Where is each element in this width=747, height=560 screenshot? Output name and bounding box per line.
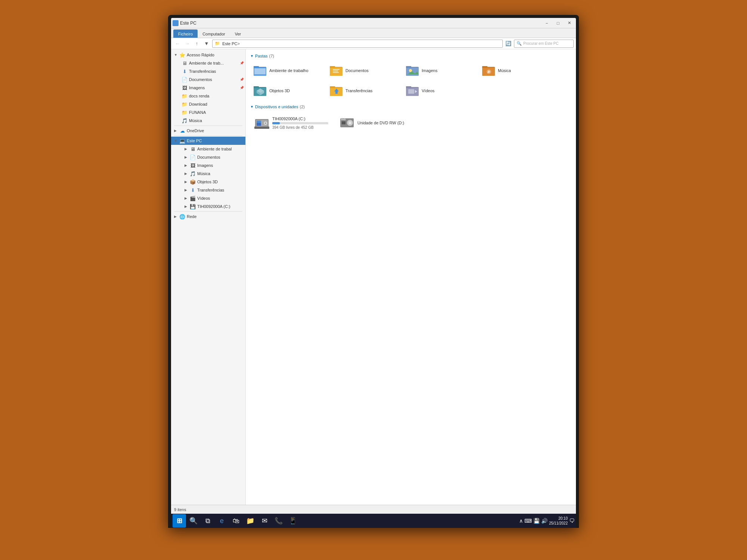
task-view-button[interactable]: ⧉ xyxy=(201,514,214,528)
sidebar-quick-access[interactable]: ▼ ⭐ Acesso Rápido xyxy=(171,51,245,59)
pc-objects3d-icon: 📦 xyxy=(190,179,196,185)
folder-transfers[interactable]: Transferências xyxy=(326,81,401,100)
minimize-button[interactable]: − xyxy=(542,19,552,27)
sidebar-item-download[interactable]: 📁 Download xyxy=(171,100,245,108)
restore-button[interactable]: □ xyxy=(553,19,563,27)
sidebar-item-funana[interactable]: 📁 FUNANA xyxy=(171,108,245,116)
close-button[interactable]: ✕ xyxy=(564,19,574,27)
sidebar-pc-videos[interactable]: ▶ 🎬 Vídeos xyxy=(171,194,245,202)
svg-rect-17 xyxy=(482,66,487,68)
svg-point-41 xyxy=(265,122,266,124)
folder-music[interactable]: ♪ Música xyxy=(479,61,554,80)
svg-rect-29 xyxy=(330,86,335,88)
sidebar-pc-documents[interactable]: ▶ 📄 Documentos xyxy=(171,153,245,161)
refresh-button[interactable]: 🔄 xyxy=(504,40,512,48)
store-button[interactable]: 🛍 xyxy=(229,514,243,528)
cloud-icon: ☁ xyxy=(179,128,185,134)
address-path: 📁 xyxy=(215,41,222,46)
red-app-button[interactable]: 📱 xyxy=(286,514,300,528)
forward-button[interactable]: → xyxy=(183,40,191,48)
svg-rect-6 xyxy=(330,66,335,68)
mail-button[interactable]: ✉ xyxy=(258,514,271,528)
up-button[interactable]: ↑ xyxy=(193,40,201,48)
pc-drive-c-icon: 💾 xyxy=(190,203,196,209)
tab-ver[interactable]: Ver xyxy=(230,29,246,38)
search-placeholder: Procurar em Este PC xyxy=(523,41,558,46)
devices-section-label: Dispositivos e unidades xyxy=(255,105,298,109)
laptop-frame: Este PC − □ ✕ Ficheiro Computador Ver ← … xyxy=(168,15,579,528)
svg-rect-44 xyxy=(342,121,345,124)
sidebar-item-documents[interactable]: 📄 Documentos 📌 xyxy=(171,75,245,84)
device-c-progress-container xyxy=(272,122,328,124)
tray-volume-icon[interactable]: 🔊 xyxy=(541,518,548,524)
folder-images[interactable]: Imagens xyxy=(403,61,477,80)
device-c-name: TIH0092000A (C:) xyxy=(272,116,328,121)
sidebar-pc-music[interactable]: ▶ 🎵 Música xyxy=(171,169,245,178)
back-button[interactable]: ← xyxy=(173,40,182,48)
search-box[interactable]: 🔍 Procurar em Este PC xyxy=(514,40,574,48)
este-pc-label: Este PC xyxy=(187,139,244,143)
explorer-button[interactable]: 📁 xyxy=(244,514,257,528)
sidebar-item-music[interactable]: 🎵 Música xyxy=(171,116,245,125)
sidebar-item-desktop[interactable]: 🖥 Ambiente de trab... 📌 xyxy=(171,59,245,67)
onedrive-label: OneDrive xyxy=(187,128,244,133)
sidebar-pc-transfers[interactable]: ▶ ⬇ Transferências xyxy=(171,186,245,194)
search-icon: 🔍 xyxy=(517,41,522,46)
folder-desktop[interactable]: Ambiente de trabalho xyxy=(250,61,325,80)
svg-rect-3 xyxy=(254,66,259,68)
folder-objects3d[interactable]: Objetos 3D xyxy=(250,81,325,100)
title-bar: Este PC − □ ✕ xyxy=(171,18,576,28)
items-count: 9 itens xyxy=(174,507,186,512)
sidebar-pc-objects3d[interactable]: ▶ 📦 Objetos 3D xyxy=(171,178,245,186)
expand-arrow: ▼ xyxy=(174,53,178,57)
folder-documents-name: Documentos xyxy=(345,68,369,73)
address-field[interactable]: 📁 Este PC > xyxy=(212,40,503,48)
svg-rect-7 xyxy=(333,69,340,70)
device-drive-c[interactable]: TIH0092000A (C:) 394 GB livres de 452 GB xyxy=(250,112,332,134)
tray-notification-icon[interactable]: 🗨 xyxy=(569,518,574,524)
pin-icon: 📌 xyxy=(240,61,244,65)
sidebar-item-music-label: Música xyxy=(189,118,244,123)
music-folder-icon: ♪ xyxy=(482,64,496,77)
sidebar-item-funana-label: FUNANA xyxy=(189,110,244,115)
tray-arrow-icon[interactable]: ∧ xyxy=(519,518,523,524)
folder-icon-3: 📁 xyxy=(182,109,187,115)
sidebar-item-transfers-label: Transferências xyxy=(189,69,244,74)
search-taskbar-button[interactable]: 🔍 xyxy=(187,514,200,528)
pc-music-label: Música xyxy=(197,171,244,176)
sidebar-pc-drive-c[interactable]: ▶ 💾 TIH0092000A (C:) xyxy=(171,202,245,211)
sidebar-onedrive[interactable]: ▶ ☁ OneDrive xyxy=(171,127,245,135)
svg-rect-34 xyxy=(408,89,414,94)
device-c-progress-fill xyxy=(272,122,280,124)
edge-button[interactable]: e xyxy=(215,514,229,528)
quick-access-section: ▼ ⭐ Acesso Rápido 🖥 Ambiente de trab... … xyxy=(171,51,245,125)
pin-icon-2: 📌 xyxy=(240,78,244,81)
sidebar-item-docs-renda[interactable]: 📁 docs renda xyxy=(171,92,245,100)
star-icon: ⭐ xyxy=(179,52,185,58)
start-button[interactable]: ⊞ xyxy=(173,514,186,528)
pc-images-label: Imagens xyxy=(197,163,244,168)
sidebar-pc-desktop[interactable]: ▶ 🖥 Ambiente de trabal xyxy=(171,145,245,153)
sidebar-rede[interactable]: ▶ 🌐 Rede xyxy=(171,212,245,221)
folder-documents[interactable]: Documentos xyxy=(326,61,401,80)
expand-arrow-pc-images: ▶ xyxy=(185,164,188,167)
sidebar-este-pc[interactable]: ▼ 💻 Este PC xyxy=(171,137,245,145)
device-dvd[interactable]: DVD Unidade de DVD RW (D:) xyxy=(335,112,418,134)
taskbar: ⊞ 🔍 ⧉ e 🛍 📁 ✉ 📞 📱 ∧ ⌨ 💾 🔊 20:10 25/11/20… xyxy=(171,514,576,528)
sidebar-pc-images[interactable]: ▶ 🖼 Imagens xyxy=(171,161,245,169)
folders-grid: Ambiente de trabalho xyxy=(250,61,571,100)
tray-keyboard-icon: ⌨ xyxy=(524,518,532,524)
green-app-button[interactable]: 📞 xyxy=(272,514,285,528)
folder-objects3d-name: Objetos 3D xyxy=(269,88,290,93)
recent-button[interactable]: ▼ xyxy=(202,40,211,48)
devices-section-header[interactable]: ▼ Dispositivos e unidades (2) xyxy=(250,105,571,109)
sidebar-item-transfers[interactable]: ⬇ Transferências xyxy=(171,67,245,75)
tab-computador[interactable]: Computador xyxy=(198,29,230,38)
folder-videos[interactable]: Vídeos xyxy=(403,81,477,100)
folders-section-header[interactable]: ▼ Pastas (7) xyxy=(250,54,571,58)
sidebar-item-images[interactable]: 🖼 Imagens 📌 xyxy=(171,84,245,92)
tab-ficheiro[interactable]: Ficheiro xyxy=(173,29,198,38)
documents-folder-icon xyxy=(330,64,343,77)
svg-point-48 xyxy=(350,122,350,123)
devices-grid: TIH0092000A (C:) 394 GB livres de 452 GB xyxy=(250,112,571,134)
